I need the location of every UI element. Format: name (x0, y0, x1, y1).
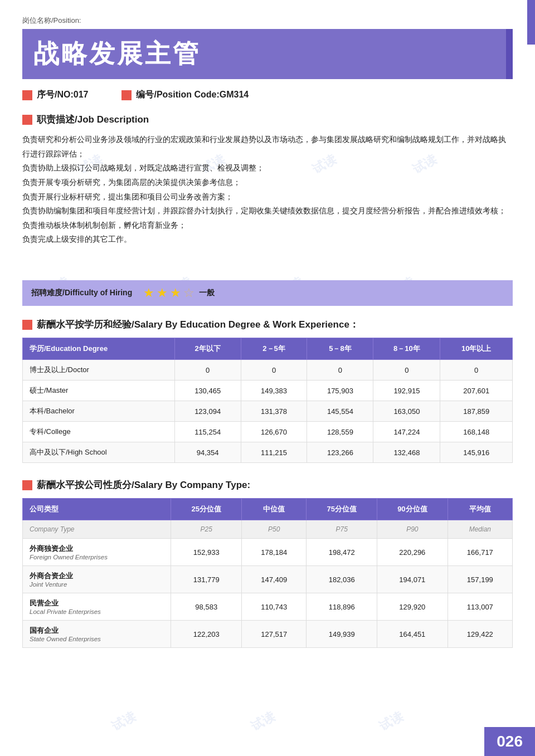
value-cell: 132,468 (373, 442, 440, 463)
difficulty-bar: 招聘难度/Difficulty of Hiring ★ ★ ★ ☆ 一般 (22, 280, 513, 306)
value-cell: 113,007 (448, 593, 512, 621)
value-cell: 127,517 (242, 621, 307, 648)
value-cell: 115,254 (174, 422, 241, 442)
value-cell: 110,743 (242, 593, 307, 621)
value-cell: 194,071 (377, 566, 448, 593)
sequence-number-item: 序号/NO:017 (22, 89, 88, 101)
subheader-value-cell: P90 (377, 520, 448, 539)
salary-edu-title: 薪酬水平按学历和经验/Salary By Education Degree & … (37, 318, 359, 331)
edu-cell: 硕士/Master (23, 381, 175, 401)
edu-col-header: 学历/Education Degree (23, 338, 175, 360)
p90-col: 90分位值 (377, 499, 448, 520)
difficulty-text: 一般 (199, 288, 215, 298)
value-cell: 123,094 (174, 401, 241, 422)
subheader-value-cell: P75 (307, 520, 377, 539)
value-cell: 164,451 (377, 621, 448, 648)
job-desc-title: 职责描述/Job Description (37, 113, 149, 126)
value-cell: 168,148 (440, 422, 513, 442)
value-cell: 145,554 (307, 401, 373, 422)
p75-col: 75分位值 (307, 499, 377, 520)
salary-edu-section: 薪酬水平按学历和经验/Salary By Education Degree & … (22, 318, 513, 463)
p25-col: 25分位值 (171, 499, 242, 520)
position-code: 编号/Position Code:GM314 (136, 89, 249, 101)
stars-row: ★ ★ ★ ☆ 一般 (143, 286, 215, 300)
position-title: 战略发展主管 (33, 37, 502, 71)
value-cell: 175,903 (307, 381, 373, 401)
table-row: 民营企业Local Private Enterprises98,583110,7… (23, 593, 513, 621)
star-1: ★ (143, 286, 154, 300)
value-cell: 128,559 (307, 422, 373, 442)
salary-company-header: 薪酬水平按公司性质分/Salary By Company Type: (22, 479, 513, 491)
exp-col-2: 2－5年 (241, 338, 307, 360)
value-cell: 118,896 (307, 593, 377, 621)
title-accent-bar (506, 29, 513, 79)
value-cell: 0 (307, 360, 373, 381)
value-cell: 131,378 (241, 401, 307, 422)
table-row: 专科/College115,254126,670128,559147,22416… (23, 422, 513, 442)
job-desc-square (22, 115, 32, 125)
exp-col-4: 8－10年 (373, 338, 440, 360)
job-desc-line-2: 负责协助上级拟订公司战略规划，对既定战略进行宣贯、检视及调整； (22, 161, 513, 175)
value-cell: 178,184 (242, 539, 307, 566)
company-col-header: 公司类型 (23, 499, 171, 520)
subheader-value-cell: P50 (242, 520, 307, 539)
job-desc-line-1: 负责研究和分析公司业务涉及领域的行业的宏观政策和行业发展趋势以及市场动态，参与集… (22, 133, 513, 161)
code-square (121, 90, 132, 100)
edu-cell: 本科/Bachelor (23, 401, 175, 422)
table-row: 高中及以下/High School94,354111,215123,266132… (23, 442, 513, 463)
table-row: 博士及以上/Doctor00000 (23, 360, 513, 381)
job-desc-line-4: 负责开展行业标杆研究，提出集团和项目公司业务改善方案； (22, 190, 513, 204)
exp-col-5: 10年以上 (440, 338, 513, 360)
salary-edu-header: 薪酬水平按学历和经验/Salary By Education Degree & … (22, 318, 513, 331)
subheader-value-cell: P25 (171, 520, 242, 539)
value-cell: 0 (440, 360, 513, 381)
mean-col: 平均值 (448, 499, 512, 520)
value-cell: 0 (174, 360, 241, 381)
value-cell: 147,224 (373, 422, 440, 442)
value-cell: 131,779 (171, 566, 242, 593)
salary-company-table: 公司类型 25分位值 中位值 75分位值 90分位值 平均值 Company T… (22, 498, 513, 648)
salary-company-square (22, 480, 32, 490)
salary-company-title: 薪酬水平按公司性质分/Salary By Company Type: (37, 479, 250, 491)
table-row: 国有企业State Owned Enterprises122,203127,51… (23, 621, 513, 648)
value-cell: 98,583 (171, 593, 242, 621)
star-4: ☆ (183, 286, 194, 300)
codes-row: 序号/NO:017 编号/Position Code:GM314 (22, 89, 513, 101)
star-2: ★ (157, 286, 168, 300)
company-name-cell: 民营企业Local Private Enterprises (23, 593, 171, 621)
value-cell: 187,859 (440, 401, 513, 422)
company-name-cell: 国有企业State Owned Enterprises (23, 621, 171, 648)
company-name-cell: 外商合资企业Joint Venture (23, 566, 171, 593)
value-cell: 126,670 (241, 422, 307, 442)
company-name-cell: 外商独资企业Foreign Owned Enterprises (23, 539, 171, 566)
position-title-box: 战略发展主管 (22, 29, 513, 79)
value-cell: 152,933 (171, 539, 242, 566)
salary-edu-header-row: 学历/Education Degree 2年以下 2－5年 5－8年 8－10年… (23, 338, 513, 360)
value-cell: 129,920 (377, 593, 448, 621)
value-cell: 147,409 (242, 566, 307, 593)
job-description: 负责研究和分析公司业务涉及领域的行业的宏观政策和行业发展趋势以及市场动态，参与集… (22, 133, 513, 247)
value-cell: 129,422 (448, 621, 512, 648)
value-cell: 0 (373, 360, 440, 381)
salary-company-section: 薪酬水平按公司性质分/Salary By Company Type: 公司类型 … (22, 479, 513, 648)
value-cell: 163,050 (373, 401, 440, 422)
job-desc-line-5: 负责协助编制集团和项目年度经营计划，并跟踪督办计划执行，定期收集关键绩效数据信息… (22, 204, 513, 218)
edu-cell: 专科/College (23, 422, 175, 442)
exp-col-1: 2年以下 (174, 338, 241, 360)
sequence-number: 序号/NO:017 (37, 89, 88, 101)
table-row: 外商合资企业Joint Venture131,779147,409182,036… (23, 566, 513, 593)
page-number: 026 (484, 727, 535, 756)
table-row: 本科/Bachelor123,094131,378145,554163,0501… (23, 401, 513, 422)
value-cell: 122,203 (171, 621, 242, 648)
p50-col: 中位值 (242, 499, 307, 520)
star-3: ★ (170, 286, 181, 300)
position-label: 岗位名称/Position: (22, 16, 513, 26)
subheader-type-cell: Company Type (23, 520, 171, 539)
value-cell: 145,916 (440, 442, 513, 463)
value-cell: 0 (241, 360, 307, 381)
subheader-value-cell: Median (448, 520, 512, 539)
no-square (22, 90, 32, 100)
value-cell: 220,296 (377, 539, 448, 566)
job-desc-line-6: 负责推动板块体制机制创新，孵化培育新业务； (22, 218, 513, 233)
value-cell: 198,472 (307, 539, 377, 566)
